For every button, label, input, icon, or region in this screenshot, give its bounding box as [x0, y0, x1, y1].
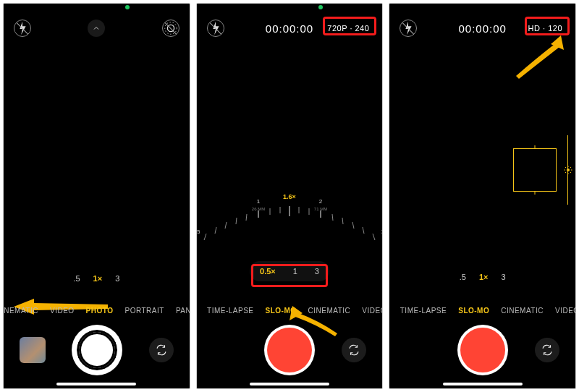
dial-label: 3 [381, 229, 384, 235]
camera-flip-icon[interactable] [342, 338, 366, 362]
svg-line-17 [342, 218, 343, 224]
svg-line-6 [225, 222, 227, 229]
zoom-option[interactable]: .5 [73, 274, 80, 283]
recording-timer: 00:00:00 [266, 22, 313, 35]
recording-timer: 00:00:00 [458, 22, 506, 35]
zoom-option[interactable]: 3 [115, 274, 119, 283]
zoom-selector[interactable]: .5 1× 3 [389, 273, 575, 281]
svg-line-29 [565, 167, 566, 168]
mode-video[interactable]: VIDEO [555, 307, 576, 315]
svg-line-4 [204, 234, 206, 240]
svg-line-19 [363, 227, 364, 234]
privacy-indicator [125, 5, 130, 9]
mode-strip[interactable]: CINEMATIC VIDEO PHOTO PORTRAIT PANO [4, 307, 190, 315]
camera-flip-icon[interactable] [149, 338, 174, 362]
dial-label-selected: 1.6× [283, 193, 296, 200]
zoom-option-selected[interactable]: 1× [93, 274, 103, 283]
dial-label: 2 [319, 198, 323, 205]
thumbnail-placeholder [405, 338, 430, 362]
flash-off-icon[interactable] [400, 20, 417, 37]
svg-point-24 [567, 169, 570, 171]
zoom-option[interactable]: .5 [460, 273, 466, 281]
dial-label: 1 [257, 198, 261, 205]
tutorial-highlight-quality [323, 17, 376, 35]
tutorial-arrow-quality-icon [513, 35, 564, 79]
top-toolbar [4, 20, 190, 37]
mode-strip[interactable]: TIME-LAPSE SLO-MO CINEMATIC VIDEO [389, 307, 575, 315]
svg-line-31 [565, 172, 566, 173]
tutorial-highlight-quality [525, 17, 570, 35]
camera-screen-photo: .5 1× 3 CINEMATIC VIDEO PHOTO PORTRAIT P… [3, 3, 190, 389]
mode-cinematic[interactable]: CINEMATIC [308, 307, 351, 315]
privacy-indicator [318, 5, 323, 9]
chevron-up-icon[interactable] [88, 20, 105, 37]
svg-line-32 [570, 167, 571, 168]
mode-timelapse[interactable]: TIME-LAPSE [400, 307, 447, 315]
svg-line-7 [236, 218, 237, 224]
focus-exposure-indicator[interactable] [513, 148, 557, 192]
mode-pano[interactable]: PANO [176, 307, 190, 315]
last-photo-thumbnail[interactable] [20, 337, 46, 363]
svg-marker-23 [551, 35, 564, 50]
home-indicator[interactable] [443, 383, 523, 385]
bottom-bar [197, 319, 383, 388]
svg-line-18 [352, 222, 354, 229]
thumbnail-placeholder [213, 338, 237, 362]
camera-screen-slomo-hd: 00:00:00 HD · 120 .5 1× 3 TIME-LAPSE SLO… [389, 3, 576, 389]
record-button[interactable] [267, 328, 312, 372]
camera-flip-icon[interactable] [535, 338, 559, 362]
flash-off-icon[interactable] [207, 20, 224, 37]
svg-line-20 [373, 234, 375, 240]
mode-cinematic[interactable]: CINEMATIC [3, 307, 38, 315]
mode-portrait[interactable]: PORTRAIT [124, 307, 164, 315]
mode-slomo[interactable]: SLO-MO [458, 307, 489, 315]
svg-point-0 [167, 25, 174, 31]
zoom-option-selected[interactable]: 1× [479, 273, 489, 281]
bottom-bar [389, 319, 575, 388]
svg-point-1 [164, 22, 177, 35]
svg-line-5 [215, 227, 216, 234]
focus-square-icon [513, 148, 557, 192]
mode-video[interactable]: VIDEO [50, 307, 75, 315]
shutter-button[interactable] [75, 328, 119, 372]
sun-icon [564, 166, 572, 174]
mode-slomo[interactable]: SLO-MO [266, 307, 297, 315]
flash-off-icon[interactable] [14, 20, 31, 37]
home-indicator[interactable] [250, 383, 329, 385]
mode-photo[interactable]: PHOTO [86, 307, 114, 315]
dial-sublabel: 71 MM [314, 207, 327, 211]
home-indicator[interactable] [56, 383, 136, 385]
dial-label: 0.5 [196, 229, 200, 235]
bottom-bar [4, 319, 190, 388]
mode-video[interactable]: VIDEO [362, 307, 383, 315]
svg-line-16 [332, 214, 333, 221]
live-photo-off-icon[interactable] [162, 20, 179, 37]
zoom-selector[interactable]: .5 1× 3 [4, 274, 190, 283]
zoom-dial[interactable]: 0.5 1 1.6× 2 3 26 MM 71 MM [196, 155, 384, 257]
dial-sublabel: 26 MM [252, 207, 265, 211]
camera-screen-slomo-720p: 00:00:00 720P · 240 [196, 3, 384, 389]
zoom-option[interactable]: 3 [501, 273, 505, 281]
mode-cinematic[interactable]: CINEMATIC [501, 307, 544, 315]
mode-strip[interactable]: TIME-LAPSE SLO-MO CINEMATIC VIDEO [197, 307, 383, 315]
tutorial-highlight-zoom [251, 264, 328, 287]
record-button[interactable] [460, 328, 505, 372]
mode-timelapse[interactable]: TIME-LAPSE [207, 307, 253, 315]
svg-line-30 [570, 172, 571, 173]
svg-line-8 [246, 214, 247, 221]
